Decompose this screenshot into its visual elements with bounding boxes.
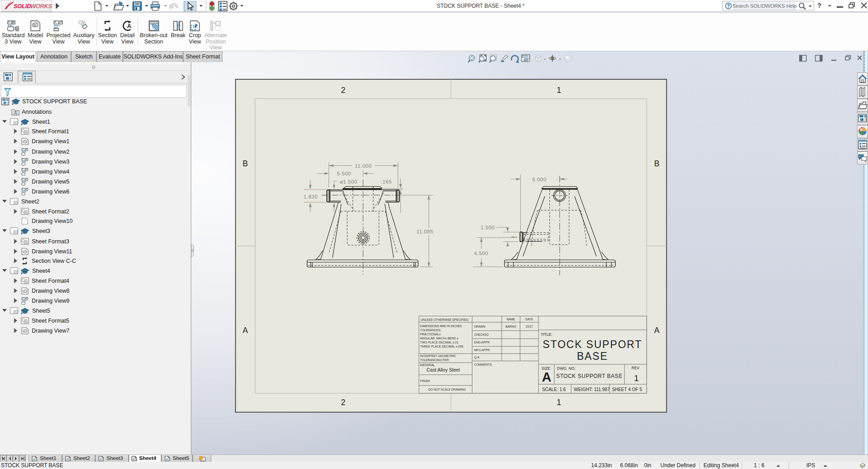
svg-text:Q.A.: Q.A. (474, 356, 480, 359)
svg-text:DWG. NO.: DWG. NO. (557, 366, 576, 371)
svg-text:SOLID: SOLID (14, 3, 31, 10)
svg-text:WEIGHT: 111.987: WEIGHT: 111.987 (574, 387, 610, 392)
svg-text:SCALE: 1:6: SCALE: 1:6 (542, 387, 566, 392)
svg-text:FRACTIONAL±: FRACTIONAL± (420, 333, 441, 336)
svg-text:TOLERANCES:: TOLERANCES: (420, 329, 441, 332)
svg-text:DATE: DATE (525, 318, 533, 321)
svg-text:THREE PLACE DECIMAL ±.005: THREE PLACE DECIMAL ±.005 (420, 345, 463, 348)
svg-text:.165: .165 (381, 179, 392, 184)
svg-text:TOLERANCING PER:: TOLERANCING PER: (420, 358, 450, 362)
svg-text:6.000: 6.000 (532, 177, 546, 182)
svg-text:STOCK SUPPORT: STOCK SUPPORT (543, 338, 642, 350)
svg-text:ANGULAR: MACH± BEND ±: ANGULAR: MACH± BEND ± (420, 337, 459, 340)
svg-text:B: B (654, 159, 659, 168)
svg-text:?: ? (727, 4, 730, 9)
svg-text:A: A (127, 23, 131, 29)
svg-text:4.500: 4.500 (474, 251, 488, 256)
svg-text:11.085: 11.085 (417, 229, 433, 234)
svg-text:MFG APPR.: MFG APPR. (474, 348, 490, 352)
svg-text:TWO PLACE DECIMAL ±.01: TWO PLACE DECIMAL ±.01 (420, 341, 459, 344)
svg-text:1: 1 (634, 373, 639, 383)
svg-text:1: 1 (557, 398, 561, 407)
svg-text:A: A (654, 326, 659, 335)
svg-text:BARNO: BARNO (505, 325, 516, 328)
svg-text:1: 1 (557, 86, 561, 95)
svg-text:ENG APPR.: ENG APPR. (474, 341, 490, 344)
svg-text:TITLE:: TITLE: (541, 332, 553, 337)
svg-text:SHEET 4 OF 5: SHEET 4 OF 5 (612, 387, 642, 392)
svg-text:A: A (242, 326, 248, 335)
svg-text:Cast Alloy Steel: Cast Alloy Steel (427, 367, 460, 372)
svg-text:STOCK SUPPORT BASE: STOCK SUPPORT BASE (556, 373, 622, 379)
svg-text:COMMENTS:: COMMENTS: (474, 363, 492, 366)
svg-text:BASE: BASE (577, 350, 608, 362)
svg-text:⌀1.500: ⌀1.500 (340, 179, 358, 184)
svg-text:11.000: 11.000 (355, 163, 372, 169)
svg-text:REV: REV (631, 366, 640, 370)
svg-text:DIMENSIONS ARE IN INCHES: DIMENSIONS ARE IN INCHES (420, 324, 462, 328)
svg-text:10/27: 10/27 (525, 325, 533, 328)
svg-text:MATERIAL: MATERIAL (420, 363, 435, 367)
svg-text:2: 2 (341, 398, 345, 407)
svg-text:B: B (242, 159, 248, 168)
svg-text:5.500: 5.500 (337, 171, 351, 176)
svg-text:WORKS: WORKS (30, 3, 52, 10)
svg-text:DRAWN: DRAWN (474, 325, 485, 328)
svg-text:DO NOT SCALE DRAWING: DO NOT SCALE DRAWING (428, 388, 466, 391)
svg-text:FINISH: FINISH (420, 379, 430, 382)
svg-text:UNLESS OTHERWISE SPECIFIED:: UNLESS OTHERWISE SPECIFIED: (421, 318, 469, 321)
svg-text:CHECKED: CHECKED (474, 333, 489, 336)
svg-text:A: A (542, 370, 552, 384)
svg-text:2: 2 (341, 86, 345, 95)
svg-text:INTERPRET GEOMETRIC: INTERPRET GEOMETRIC (420, 354, 456, 358)
svg-text:NAME: NAME (506, 318, 515, 321)
svg-text:1.830: 1.830 (304, 194, 318, 199)
svg-text:1.500: 1.500 (480, 225, 495, 230)
